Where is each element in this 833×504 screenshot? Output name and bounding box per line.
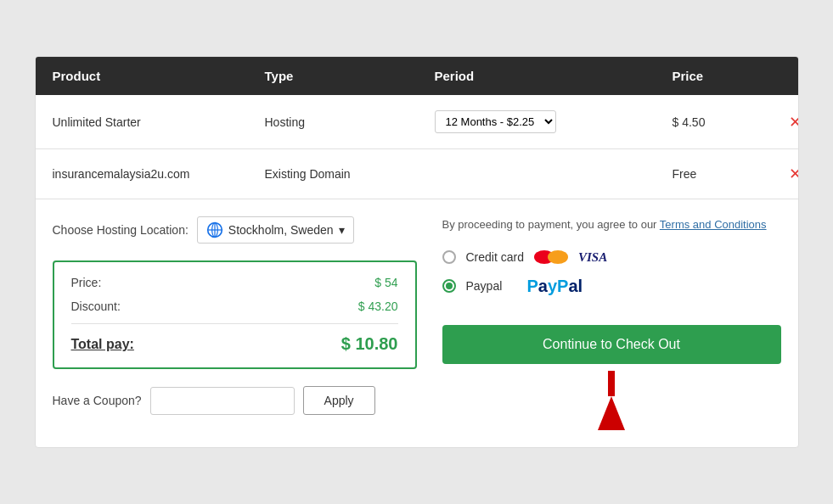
paypal-radio[interactable] — [442, 279, 456, 293]
lower-section: Choose Hosting Location: Stockholm, Swed… — [36, 199, 798, 447]
remove-row1-button[interactable]: ✕ — [774, 113, 799, 132]
header-product: Product — [53, 69, 265, 83]
price-label: Price: — [71, 276, 102, 289]
location-text: Stockholm, Sweden — [228, 223, 334, 237]
discount-value: $ 43.20 — [358, 300, 398, 313]
visa-icon: VISA — [578, 250, 607, 265]
arrow-shaft — [608, 371, 615, 396]
credit-card-radio[interactable] — [442, 250, 456, 264]
coupon-input[interactable] — [150, 387, 295, 415]
mastercard-icon — [534, 250, 568, 264]
arrow-indicator — [442, 371, 781, 430]
terms-text: By proceeding to payment, you agree to o… — [442, 216, 781, 233]
main-container: Product Type Period Price Unlimited Star… — [35, 56, 799, 448]
hosting-location-row: Choose Hosting Location: Stockholm, Swed… — [53, 216, 417, 244]
chevron-down-icon: ▾ — [339, 223, 345, 237]
globe-icon — [206, 221, 223, 238]
product-name: Unlimited Starter — [53, 115, 265, 129]
period-selector[interactable]: 12 Months - $2.25 24 Months - $2.00 — [435, 110, 673, 133]
arrow-head — [598, 396, 625, 430]
header-period: Period — [435, 69, 673, 83]
paypal-option[interactable]: Paypal P a y P a l — [442, 277, 781, 296]
price-value: $ 54 — [374, 276, 397, 289]
paypal-icon: P a y P a l — [527, 277, 583, 296]
table-row: insurancemalaysia2u.com Existing Domain … — [36, 149, 798, 199]
total-line: Total pay: $ 10.80 — [71, 323, 398, 354]
terms-link[interactable]: Credit cardTerms and Conditions — [660, 218, 767, 231]
hosting-location-label: Choose Hosting Location: — [53, 223, 189, 237]
price-line: Price: $ 54 — [71, 276, 398, 289]
paypal-label: Paypal — [466, 279, 517, 293]
discount-label: Discount: — [71, 300, 121, 313]
left-panel: Choose Hosting Location: Stockholm, Swed… — [53, 216, 417, 430]
total-value: $ 10.80 — [341, 334, 398, 354]
discount-line: Discount: $ 43.20 — [71, 300, 398, 313]
domain-price: Free — [673, 167, 774, 181]
apply-button[interactable]: Apply — [303, 386, 375, 415]
period-dropdown[interactable]: 12 Months - $2.25 24 Months - $2.00 — [435, 110, 556, 133]
header-type: Type — [265, 69, 435, 83]
row1-price: $ 4.50 — [673, 115, 774, 129]
table-header: Product Type Period Price — [36, 57, 798, 95]
table-row: Unlimited Starter Hosting 12 Months - $2… — [36, 95, 798, 149]
coupon-label: Have a Coupon? — [53, 394, 142, 407]
product-type: Hosting — [265, 115, 435, 129]
credit-card-option[interactable]: Credit card VISA — [442, 250, 781, 265]
coupon-row: Have a Coupon? Apply — [53, 386, 417, 415]
price-summary-box: Price: $ 54 Discount: $ 43.20 Total pay:… — [53, 260, 417, 369]
location-dropdown[interactable]: Stockholm, Sweden ▾ — [197, 216, 354, 244]
domain-name: insurancemalaysia2u.com — [53, 167, 265, 181]
header-price: Price — [673, 69, 799, 83]
domain-type: Existing Domain — [265, 167, 435, 181]
checkout-button[interactable]: Continue to Check Out — [442, 325, 781, 364]
right-panel: By proceeding to payment, you agree to o… — [417, 216, 781, 430]
credit-card-label: Credit card — [466, 250, 524, 264]
remove-row2-button[interactable]: ✕ — [774, 165, 799, 183]
total-label: Total pay: — [71, 337, 134, 352]
